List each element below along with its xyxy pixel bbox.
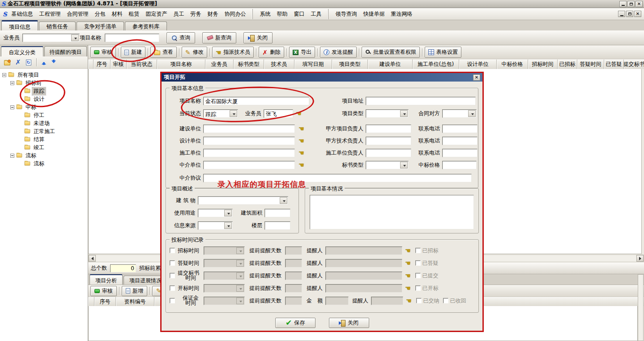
sidebar-tab[interactable]: 待提醒的项目 [44, 46, 87, 56]
reminder-input[interactable] [371, 297, 403, 305]
expander-icon[interactable] [2, 73, 6, 77]
delete-category-icon[interactable] [15, 60, 21, 65]
tree-item[interactable]: 未进场 [0, 119, 88, 127]
column-header[interactable]: 标书类型 [234, 60, 264, 69]
lookup-hand-icon[interactable] [299, 138, 304, 143]
lookup-hand-icon[interactable] [405, 260, 411, 266]
project-type-select[interactable] [366, 109, 409, 118]
tender-time-checkbox[interactable] [170, 248, 175, 253]
contract-party-select[interactable] [442, 109, 477, 118]
menu-item[interactable]: 材料 [109, 9, 125, 19]
column-header[interactable]: 项目类型 [332, 60, 368, 69]
days-input[interactable] [285, 284, 302, 293]
menu-item[interactable]: 系统 [257, 9, 273, 19]
menu-item[interactable]: 重连网络 [388, 9, 415, 19]
lookup-hand-icon[interactable] [405, 248, 411, 253]
lookup-hand-icon[interactable] [405, 273, 411, 278]
tree-item[interactable]: 流标 [0, 160, 88, 168]
menu-item[interactable]: 租赁 [126, 9, 142, 19]
grid-settings-button[interactable]: 表格设置 [425, 47, 461, 58]
main-tab[interactable]: 销售任务 [39, 22, 76, 30]
days-input[interactable] [285, 272, 302, 280]
salesman-input[interactable]: 张飞 [264, 109, 293, 118]
reminder-input[interactable] [325, 259, 402, 268]
new-category-icon[interactable] [4, 61, 10, 65]
done-checkbox[interactable] [415, 260, 421, 266]
reminder-input[interactable] [325, 272, 402, 280]
column-header[interactable]: 资料编号 [116, 297, 154, 306]
status-select[interactable]: 跟踪 [203, 109, 238, 118]
open-time-select[interactable] [204, 284, 245, 293]
expander-icon[interactable] [10, 154, 14, 158]
column-header[interactable]: 施工单位(总包) [413, 60, 459, 69]
returned-checkbox[interactable] [443, 298, 448, 303]
column-header[interactable]: 提交标书时间 [624, 60, 644, 69]
bid-price-input[interactable] [442, 161, 477, 169]
close-button[interactable]: ✕ [635, 1, 643, 7]
move-down-icon[interactable] [51, 60, 56, 65]
refresh-icon[interactable] [26, 60, 31, 65]
build-unit-input[interactable] [203, 125, 295, 133]
menu-item[interactable]: 固定资产 [143, 9, 170, 19]
column-header[interactable]: 已招标 [558, 60, 577, 69]
amount-input[interactable] [325, 297, 349, 305]
column-header[interactable]: 业务员 [205, 60, 234, 69]
lookup-hand-icon[interactable] [406, 298, 412, 303]
menu-item[interactable]: 劳务 [188, 9, 204, 19]
send-reminder-button[interactable]: 发送提醒 [320, 47, 357, 58]
tree-item[interactable]: 中标 [0, 103, 88, 111]
menu-item[interactable]: 分包 [92, 9, 108, 19]
design-unit-input[interactable] [203, 137, 295, 145]
menu-item[interactable]: 帮助 [274, 9, 290, 19]
answer-time-checkbox[interactable] [170, 260, 175, 266]
project-name-input[interactable] [105, 34, 159, 42]
lookup-hand-icon[interactable] [299, 126, 304, 131]
column-header[interactable]: 技术员 [264, 60, 294, 69]
done-checkbox[interactable] [415, 248, 421, 253]
building-select[interactable] [198, 196, 288, 205]
situation-textarea[interactable] [310, 195, 474, 229]
paid-checkbox[interactable] [416, 298, 422, 303]
mdi-minimize-button[interactable] [618, 11, 625, 17]
expander-icon[interactable] [10, 81, 14, 85]
tree-item[interactable]: 所有项目 [0, 71, 88, 79]
area-input[interactable] [264, 209, 290, 217]
open-time-checkbox[interactable] [170, 285, 175, 291]
main-tab[interactable]: 项目信息 [1, 20, 38, 30]
audit-button[interactable]: 审核 [90, 286, 117, 296]
column-header[interactable]: 中标价格 [497, 60, 528, 69]
export-button[interactable]: 导出 [289, 47, 315, 58]
query-button[interactable]: 查询 [166, 32, 195, 43]
column-header[interactable]: 建设单位 [368, 60, 413, 69]
delete-button[interactable]: 删除 [259, 47, 284, 58]
menu-item[interactable]: 工具 [308, 9, 324, 19]
menu-item[interactable]: 协同办公 [222, 9, 248, 19]
lookup-hand-icon[interactable] [299, 162, 304, 168]
submit-time-checkbox[interactable] [170, 273, 175, 278]
lookup-hand-icon[interactable] [296, 111, 302, 116]
reminder-input[interactable] [325, 246, 402, 255]
days-input[interactable] [285, 246, 302, 255]
agent-agreement-input[interactable] [203, 174, 472, 182]
lookup-hand-icon[interactable] [299, 150, 304, 155]
close-view-button[interactable]: 关闭 [243, 32, 273, 43]
sidebar-tab[interactable]: 自定义分类 [1, 46, 43, 56]
move-up-icon[interactable] [42, 60, 47, 65]
done-checkbox[interactable] [415, 273, 421, 278]
days-input[interactable] [285, 297, 302, 305]
view-button[interactable]: 查看 [150, 47, 177, 58]
expander-icon[interactable] [10, 105, 14, 109]
audit-button[interactable]: 审核 [90, 47, 116, 58]
bid-type-select[interactable] [366, 161, 409, 169]
agent-unit-input[interactable] [203, 161, 295, 169]
column-header[interactable]: 答疑时间 [577, 60, 604, 69]
menu-item[interactable]: 员工 [171, 9, 187, 19]
tree-item[interactable]: 招标前 [0, 79, 88, 87]
assign-tech-button[interactable]: 指派技术员 [212, 47, 254, 58]
batch-permission-button[interactable]: 批量设置查看权限 [362, 47, 420, 58]
mdi-restore-button[interactable] [626, 11, 633, 17]
owner-tech-input[interactable] [366, 137, 411, 145]
reminder-input[interactable] [325, 284, 402, 293]
tree-item[interactable]: 停工 [0, 111, 88, 119]
tree-item[interactable]: 设计 [0, 95, 88, 103]
